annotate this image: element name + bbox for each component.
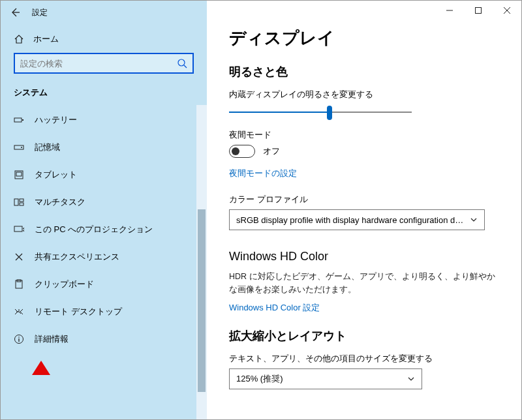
shared-icon bbox=[14, 252, 24, 262]
chevron-down-icon bbox=[470, 216, 478, 224]
slider-fill bbox=[229, 112, 330, 113]
sidebar-item-storage[interactable]: 記憶域 bbox=[1, 134, 207, 161]
sidebar-item-clipboard[interactable]: クリップボード bbox=[1, 271, 207, 298]
sidebar-item-multitask[interactable]: マルチタスク bbox=[1, 188, 207, 216]
brightness-slider[interactable] bbox=[229, 104, 412, 120]
svg-rect-7 bbox=[14, 199, 18, 205]
info-icon bbox=[14, 334, 24, 344]
sidebar: 設定 ホーム システム ハッテリー 記憶域 bbox=[1, 1, 207, 419]
chevron-down-icon bbox=[407, 375, 415, 383]
minimize-button[interactable] bbox=[435, 1, 464, 20]
svg-rect-8 bbox=[20, 199, 23, 202]
maximize-icon bbox=[475, 7, 482, 14]
main: ディスプレイ 明るさと色 内蔵ディスプレイの明るさを変更する 夜間モード オフ … bbox=[207, 1, 521, 419]
app-title: 設定 bbox=[32, 7, 48, 18]
svg-point-0 bbox=[178, 59, 185, 66]
nav-label: 共有エクスペリエンス bbox=[35, 251, 119, 263]
close-button[interactable] bbox=[493, 1, 521, 20]
scale-value: 125% (推奨) bbox=[236, 373, 407, 385]
hdcolor-title: Windows HD Color bbox=[229, 250, 499, 263]
annotation-red-triangle bbox=[32, 361, 50, 375]
nav-label: この PC へのプロジェクション bbox=[35, 224, 153, 235]
arrow-left-icon bbox=[10, 7, 20, 18]
brightness-label: 内蔵ディスプレイの明るさを変更する bbox=[229, 89, 499, 100]
content: ディスプレイ 明るさと色 内蔵ディスプレイの明るさを変更する 夜間モード オフ … bbox=[207, 24, 521, 419]
svg-point-4 bbox=[21, 147, 22, 148]
battery-icon bbox=[14, 115, 24, 125]
nightlight-settings-link[interactable]: 夜間モードの設定 bbox=[229, 168, 297, 179]
nav-label: ハッテリー bbox=[35, 114, 77, 126]
projection-icon bbox=[14, 224, 24, 235]
page-title: ディスプレイ bbox=[229, 27, 499, 50]
remote-desktop-icon bbox=[14, 307, 24, 317]
nightlight-label: 夜間モード bbox=[229, 129, 499, 141]
nav-label: 詳細情報 bbox=[35, 333, 69, 345]
toggle-knob bbox=[232, 147, 239, 155]
search-icon bbox=[177, 58, 187, 68]
nightlight-toggle[interactable] bbox=[229, 145, 255, 158]
scale-dropdown[interactable]: 125% (推奨) bbox=[229, 368, 422, 389]
colorprofile-dropdown[interactable]: sRGB display profile with display hardwa… bbox=[229, 209, 485, 230]
scale-label: テキスト、アプリ、その他の項目のサイズを変更する bbox=[229, 353, 499, 365]
minimize-icon bbox=[446, 7, 453, 14]
sidebar-item-remote-desktop[interactable]: リモート デスクトップ bbox=[1, 298, 207, 325]
slider-thumb[interactable] bbox=[327, 106, 332, 120]
sidebar-item-shared[interactable]: 共有エクスペリエンス bbox=[1, 243, 207, 271]
nav-label: クリップボード bbox=[35, 278, 94, 290]
titlebar-right bbox=[207, 1, 521, 24]
colorprofile-label: カラー プロファイル bbox=[229, 194, 499, 205]
nav-label: リモート デスクトップ bbox=[35, 306, 122, 318]
multitask-icon bbox=[14, 197, 24, 207]
search-input[interactable] bbox=[20, 59, 177, 68]
section-scale-layout: 拡大縮小とレイアウト bbox=[229, 328, 499, 344]
back-button[interactable] bbox=[8, 6, 22, 19]
home-icon bbox=[14, 34, 24, 44]
sidebar-item-projection[interactable]: この PC へのプロジェクション bbox=[1, 216, 207, 243]
colorprofile-value: sRGB display profile with display hardwa… bbox=[236, 215, 470, 225]
hdcolor-link[interactable]: Windows HD Color 設定 bbox=[229, 302, 320, 314]
svg-rect-1 bbox=[14, 118, 22, 122]
svg-rect-10 bbox=[14, 226, 22, 232]
search-box[interactable] bbox=[14, 53, 194, 74]
scrollbar-thumb[interactable] bbox=[198, 209, 206, 392]
close-icon bbox=[504, 7, 510, 14]
section-brightness-color: 明るさと色 bbox=[229, 64, 499, 80]
svg-rect-2 bbox=[22, 119, 23, 121]
nav-label: 記憶域 bbox=[35, 142, 60, 153]
svg-rect-15 bbox=[476, 8, 482, 14]
settings-window: 設定 ホーム システム ハッテリー 記憶域 bbox=[1, 1, 521, 419]
sidebar-scrollbar[interactable] bbox=[196, 105, 207, 419]
titlebar-left: 設定 bbox=[1, 1, 207, 24]
search-wrap bbox=[1, 53, 207, 83]
nightlight-state: オフ bbox=[263, 145, 280, 157]
maximize-button[interactable] bbox=[464, 1, 493, 20]
sidebar-home[interactable]: ホーム bbox=[1, 24, 207, 53]
sidebar-group-label: システム bbox=[1, 83, 207, 105]
clipboard-icon bbox=[14, 279, 24, 290]
hdcolor-desc: HDR に対応したビデオ、ゲーム、アプリで、より明るく、より鮮やかな画像をお楽し… bbox=[229, 270, 499, 296]
sidebar-item-about[interactable]: 詳細情報 bbox=[1, 325, 207, 353]
home-label: ホーム bbox=[33, 33, 59, 45]
svg-rect-6 bbox=[16, 172, 22, 176]
svg-point-14 bbox=[18, 337, 20, 338]
svg-rect-9 bbox=[20, 203, 23, 205]
nav-label: タブレット bbox=[35, 169, 77, 181]
storage-icon bbox=[14, 142, 24, 153]
sidebar-item-battery[interactable]: ハッテリー bbox=[1, 106, 207, 134]
nav-label: マルチタスク bbox=[35, 196, 85, 208]
tablet-icon bbox=[14, 170, 24, 180]
nav-list: ハッテリー 記憶域 タブレット マルチタスク この PC へのプロジェクション bbox=[1, 105, 207, 353]
sidebar-item-tablet[interactable]: タブレット bbox=[1, 161, 207, 188]
